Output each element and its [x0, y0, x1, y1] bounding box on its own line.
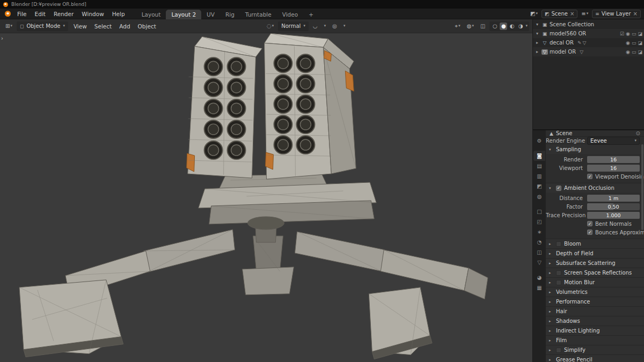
- section-header-simplify[interactable]: ▸Simplify: [546, 345, 644, 354]
- screen-icon[interactable]: ▭: [632, 31, 636, 36]
- section-header-film[interactable]: ▸Film: [546, 336, 644, 345]
- view-layer-browse-button[interactable]: ≡ ▾: [579, 10, 590, 17]
- scene-browse-button[interactable]: ◩ ▾: [528, 10, 540, 17]
- menu-file[interactable]: File: [13, 10, 31, 18]
- properties-tab-world[interactable]: ◍: [533, 191, 545, 202]
- camera-icon[interactable]: ◪: [638, 31, 642, 36]
- toolbar-expand-arrow[interactable]: ›: [1, 35, 3, 41]
- section-header-hair[interactable]: ▸Hair: [546, 307, 644, 316]
- scene-selector[interactable]: ◩ Scene ×: [541, 10, 577, 18]
- menu-render[interactable]: Render: [50, 10, 77, 18]
- workspace-tab-uv[interactable]: UV: [201, 10, 220, 19]
- eye-icon[interactable]: ◉: [626, 31, 630, 36]
- viewport-menu-object[interactable]: Object: [135, 22, 159, 31]
- properties-tab-view-layer[interactable]: ▥: [533, 171, 545, 181]
- properties-scrollbar[interactable]: [641, 144, 643, 230]
- section-header-indirect-lighting[interactable]: ▸Indirect Lighting: [546, 326, 644, 335]
- properties-tab-modifiers[interactable]: ◰: [533, 217, 545, 227]
- checkbox-bounces-approximation[interactable]: ✓: [587, 230, 592, 235]
- screen-icon[interactable]: ▭: [632, 40, 636, 46]
- field-trace-precision[interactable]: 1.000: [587, 212, 640, 219]
- 3d-viewport[interactable]: ⊞ ▾ ◻ Object Mode ▾ ViewSelectAddObject …: [0, 19, 533, 362]
- blender-menu-button[interactable]: [2, 10, 13, 17]
- field-factor[interactable]: 0.50: [587, 203, 640, 210]
- checkbox-simplify[interactable]: [556, 348, 561, 353]
- chevron-right-icon[interactable]: ▸: [535, 40, 540, 45]
- remove-view-layer-icon[interactable]: ×: [633, 11, 638, 17]
- outliner-row-scene-collection[interactable]: ▾▣Scene Collection: [533, 20, 644, 29]
- render-engine-dropdown[interactable]: Eevee ▾: [587, 137, 640, 145]
- properties-tab-physics[interactable]: ◔: [533, 237, 545, 247]
- properties-tab-data[interactable]: ▽: [533, 257, 545, 268]
- shading-solid-button[interactable]: ●: [500, 23, 507, 30]
- viewport-menu-view[interactable]: View: [70, 22, 90, 31]
- snap-magnet-toggle[interactable]: ◡: [311, 23, 320, 29]
- eye-icon[interactable]: ◉: [626, 40, 630, 46]
- checkbox-viewport-denoising[interactable]: ✓: [587, 174, 592, 179]
- checkbox-bloom[interactable]: [556, 241, 561, 247]
- workspace-tab-video[interactable]: Video: [277, 10, 303, 19]
- checkbox-ambient-occlusion[interactable]: ✓: [556, 186, 561, 191]
- section-header-motion-blur[interactable]: ▸Motion Blur: [546, 278, 644, 287]
- checkbox-motion-blur[interactable]: [556, 280, 561, 285]
- properties-tab-constraints[interactable]: ◫: [533, 247, 545, 257]
- section-header-ambient-occlusion[interactable]: ▾✓Ambient Occlusion: [546, 183, 644, 193]
- properties-tab-tool[interactable]: ⚙: [533, 136, 545, 146]
- xray-toggle[interactable]: ◫: [478, 23, 487, 29]
- viewport-menu-add[interactable]: Add: [116, 22, 133, 31]
- workspace-tab-layout[interactable]: Layout: [136, 10, 166, 19]
- mode-dropdown[interactable]: ◻ Object Mode ▾: [17, 21, 68, 31]
- camera-icon[interactable]: ◪: [638, 49, 642, 55]
- transform-orientation-dropdown[interactable]: Normal ▾: [278, 21, 309, 31]
- section-header-sampling[interactable]: ▾Sampling: [546, 145, 644, 154]
- chevron-down-icon[interactable]: ▾: [535, 22, 540, 27]
- workspace-tab-item[interactable]: +: [303, 10, 319, 19]
- pin-icon[interactable]: ⊙: [636, 130, 640, 136]
- field-distance[interactable]: 1 m: [587, 195, 640, 202]
- chevron-right-icon[interactable]: ▸: [535, 49, 540, 54]
- menu-edit[interactable]: Edit: [31, 10, 49, 18]
- eye-icon[interactable]: ◉: [626, 49, 630, 55]
- section-header-bloom[interactable]: ▸Bloom: [546, 239, 644, 248]
- workspace-tab-rig[interactable]: Rig: [220, 10, 240, 19]
- view-layer-selector[interactable]: ≡ View Layer ×: [592, 10, 641, 18]
- pivot-point-dropdown[interactable]: ◌ ▾: [265, 23, 276, 29]
- section-header-shadows[interactable]: ▸Shadows: [546, 316, 644, 326]
- checkbox-screen-space-reflections[interactable]: [556, 270, 561, 276]
- properties-tab-render[interactable]: ◙: [533, 151, 545, 161]
- checkbox-bent-normals[interactable]: ✓: [587, 221, 592, 226]
- editor-type-button[interactable]: ⊞ ▾: [3, 23, 14, 29]
- outliner-row-model-or[interactable]: ▸▽model OR▽◉▭◪: [533, 47, 644, 56]
- properties-tab-material[interactable]: ◕: [533, 272, 545, 283]
- properties-tab-scene[interactable]: ◩: [533, 181, 545, 191]
- proportional-editing-toggle[interactable]: ◎: [330, 23, 339, 29]
- shading-material-button[interactable]: ◐: [508, 23, 516, 30]
- section-header-performance[interactable]: ▸Performance: [546, 297, 644, 306]
- workspace-tab-turntable[interactable]: Turntable: [240, 10, 277, 19]
- screen-icon[interactable]: ▭: [632, 49, 636, 55]
- shading-wireframe-button[interactable]: ○: [491, 23, 499, 30]
- section-header-screen-space-reflections[interactable]: ▸Screen Space Reflections: [546, 268, 644, 277]
- shading-settings-dropdown[interactable]: ▾: [525, 24, 528, 28]
- outliner-row-model560-or[interactable]: ▾▣model560 OR☑◉▭◪: [533, 29, 644, 38]
- properties-tab-object[interactable]: □: [533, 206, 545, 217]
- unlink-scene-icon[interactable]: ×: [570, 11, 574, 17]
- overlays-dropdown[interactable]: ◍ ▾: [465, 23, 476, 29]
- camera-icon[interactable]: ◪: [638, 40, 642, 46]
- include-checkbox[interactable]: ☑: [620, 31, 624, 36]
- section-header-depth-of-field[interactable]: ▸Depth of Field: [546, 249, 644, 258]
- field-render[interactable]: 16: [587, 156, 640, 163]
- properties-tab-texture[interactable]: ▦: [533, 283, 545, 293]
- proportional-falloff-dropdown[interactable]: ▾: [341, 24, 348, 28]
- snap-settings-dropdown[interactable]: ▾: [322, 24, 328, 28]
- section-header-volumetrics[interactable]: ▸Volumetrics: [546, 287, 644, 297]
- section-header-subsurface-scattering[interactable]: ▸Subsurface Scattering: [546, 258, 644, 268]
- properties-tab-output[interactable]: ▤: [533, 161, 545, 171]
- chevron-down-icon[interactable]: ▾: [535, 31, 540, 36]
- properties-tab-particles[interactable]: ∗: [533, 227, 545, 237]
- viewport-menu-select[interactable]: Select: [91, 22, 115, 31]
- menu-window[interactable]: Window: [78, 10, 107, 18]
- outliner-row-decal-or[interactable]: ▸▽decal OR✎▽◉▭◪: [533, 38, 644, 47]
- gizmo-dropdown[interactable]: ⌖ ▾: [453, 23, 463, 30]
- section-header-grease-pencil[interactable]: ▸Grease Pencil: [546, 355, 644, 362]
